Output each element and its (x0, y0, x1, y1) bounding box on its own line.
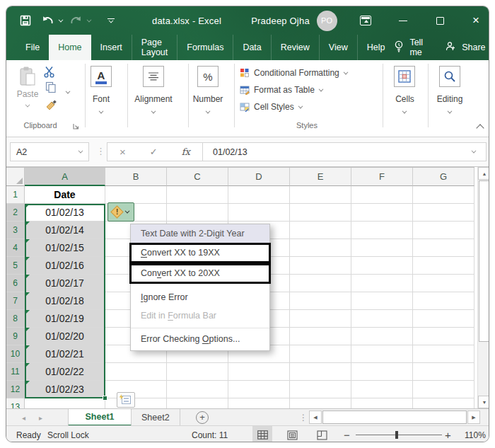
scroll-down-icon[interactable]: ▼ (478, 396, 489, 408)
cell-a13[interactable] (25, 398, 105, 408)
cell-e6[interactable] (290, 275, 351, 292)
row-header-6[interactable]: 6 (6, 275, 25, 292)
row-header-3[interactable]: 3 (6, 222, 25, 239)
tell-me-label[interactable]: Tell me (409, 38, 423, 57)
close-button[interactable]: × (468, 6, 484, 35)
undo-dropdown-icon[interactable] (57, 6, 64, 35)
cell-b1[interactable] (105, 186, 167, 204)
save-icon[interactable] (16, 6, 35, 35)
cell-e4[interactable] (290, 239, 351, 257)
zoom-out-icon[interactable]: − (344, 426, 350, 442)
cell-f9[interactable] (351, 328, 413, 345)
cell-a9[interactable]: 01/02/20 (25, 328, 105, 345)
tab-insert[interactable]: Insert (91, 35, 132, 60)
cell-c12[interactable] (167, 381, 228, 398)
page-break-view-button[interactable] (312, 426, 332, 442)
row-header-5[interactable]: 5 (6, 257, 25, 275)
cell-d1[interactable] (228, 186, 290, 204)
cell-d12[interactable] (228, 381, 290, 398)
prev-sheet-icon[interactable]: ◂ (22, 409, 25, 426)
cell-e9[interactable] (290, 328, 351, 345)
vertical-scroll-thumb[interactable] (479, 180, 489, 342)
menu-item-ignore-error[interactable]: Ignore Error (131, 288, 269, 306)
cell-f2[interactable] (351, 204, 413, 222)
normal-view-button[interactable] (252, 426, 272, 442)
menu-item-error-checking-options[interactable]: Error Checking Options... (131, 328, 269, 348)
hscroll-right-icon[interactable]: ▶ (467, 410, 480, 424)
cell-e1[interactable] (290, 186, 351, 204)
hscroll-left-icon[interactable]: ◀ (309, 410, 322, 424)
minimize-button[interactable] (395, 6, 411, 35)
collapse-ribbon-icon[interactable] (476, 124, 484, 132)
cell-d11[interactable] (228, 363, 290, 381)
undo-button[interactable] (39, 6, 56, 35)
cell-e8[interactable] (290, 310, 351, 328)
column-header-c[interactable]: C (167, 168, 228, 186)
cell-d2[interactable] (228, 204, 290, 222)
cell-g11[interactable] (413, 363, 474, 381)
formula-input[interactable]: 01/02/13 (202, 142, 487, 161)
cell-a2[interactable]: 01/02/13 (25, 204, 105, 222)
number-dropdown-icon[interactable] (206, 105, 210, 115)
cell-e10[interactable] (290, 345, 351, 363)
cell-f12[interactable] (351, 381, 413, 398)
zoom-slider-thumb[interactable] (395, 431, 398, 439)
copy-dropdown-icon[interactable] (66, 86, 70, 96)
column-header-e[interactable]: E (290, 168, 351, 186)
row-header-13[interactable]: 13 (6, 398, 25, 408)
zoom-in-icon[interactable]: + (445, 426, 451, 442)
cell-styles-button[interactable]: Cell Styles (240, 101, 303, 113)
cell-a11[interactable]: 01/02/22 (25, 363, 105, 381)
cell-g4[interactable] (413, 239, 474, 257)
cell-g8[interactable] (413, 310, 474, 328)
sheetbar-grip-icon[interactable]: ⋮ (299, 409, 308, 426)
cell-c13[interactable] (167, 398, 228, 408)
tab-file[interactable]: File (16, 35, 49, 60)
cut-icon[interactable] (43, 66, 55, 80)
cell-e2[interactable] (290, 204, 351, 222)
format-as-table-button[interactable]: Format as Table (240, 84, 323, 96)
column-header-f[interactable]: F (351, 168, 413, 186)
cell-f4[interactable] (351, 239, 413, 257)
cell-f6[interactable] (351, 275, 413, 292)
zoom-level[interactable]: 110% (465, 426, 486, 442)
alignment-dropdown-icon[interactable] (151, 105, 156, 115)
column-header-a[interactable]: A (25, 168, 105, 186)
tab-formulas[interactable]: Formulas (177, 35, 233, 60)
redo-dropdown-icon[interactable] (86, 6, 93, 35)
vertical-scrollbar[interactable]: ▲ ▼ (477, 167, 489, 408)
copy-icon[interactable] (45, 81, 57, 96)
number-format-button[interactable]: % (197, 66, 219, 87)
cell-e5[interactable] (290, 257, 351, 275)
cell-c1[interactable] (167, 186, 228, 204)
horizontal-scroll-thumb[interactable] (322, 410, 467, 424)
row-header-9[interactable]: 9 (6, 328, 25, 345)
font-settings-button[interactable]: A (91, 66, 112, 87)
cell-a12[interactable]: 01/02/23 (25, 381, 105, 398)
row-header-2[interactable]: 2 (6, 204, 25, 222)
cell-a8[interactable]: 01/02/19 (25, 310, 105, 328)
cell-g5[interactable] (413, 257, 474, 275)
tab-data[interactable]: Data (233, 35, 270, 60)
row-header-10[interactable]: 10 (6, 345, 25, 363)
sheet-tab-sheet1[interactable]: Sheet1 (68, 409, 132, 426)
cell-c11[interactable] (167, 363, 228, 381)
cell-e11[interactable] (290, 363, 351, 381)
insert-function-icon[interactable]: fx (182, 147, 190, 157)
tab-review[interactable]: Review (271, 35, 319, 60)
scroll-up-icon[interactable]: ▲ (478, 167, 489, 180)
cell-g2[interactable] (413, 204, 474, 222)
maximize-button[interactable] (432, 6, 448, 35)
cell-g6[interactable] (413, 275, 474, 292)
cell-g13[interactable] (413, 398, 474, 408)
cell-f3[interactable] (351, 222, 413, 239)
row-header-11[interactable]: 11 (6, 363, 25, 381)
font-dropdown-icon[interactable] (99, 105, 103, 115)
cell-g3[interactable] (413, 222, 474, 239)
column-header-b[interactable]: B (105, 168, 167, 186)
error-options-button[interactable]: ! (107, 202, 134, 222)
editing-button[interactable] (439, 66, 460, 87)
cell-e7[interactable] (290, 292, 351, 310)
tab-help[interactable]: Help (357, 35, 395, 60)
enter-icon[interactable]: ✓ (150, 147, 158, 157)
